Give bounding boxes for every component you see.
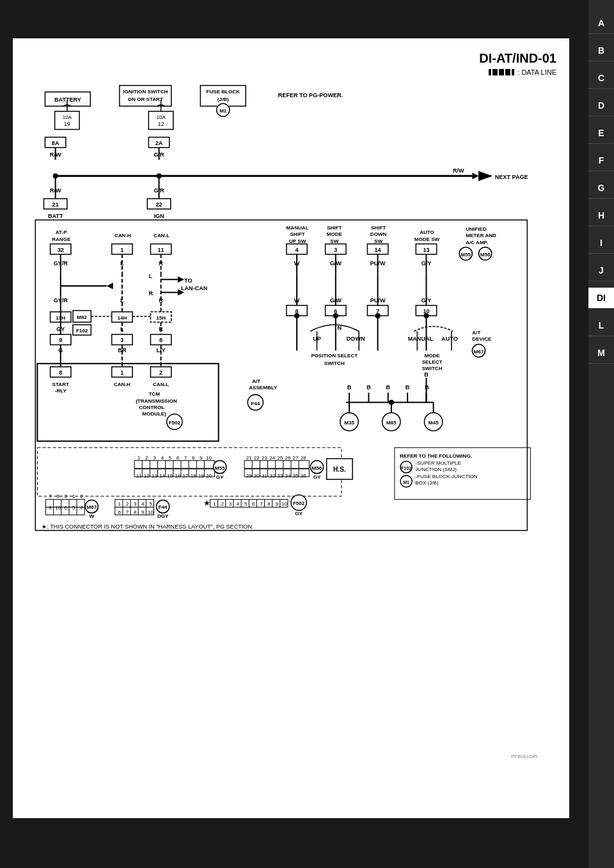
svg-text:19: 19 — [198, 473, 204, 479]
svg-text:SHIFT: SHIFT — [290, 231, 304, 237]
svg-text:8A: 8A — [52, 140, 59, 146]
svg-text:DOWN: DOWN — [347, 336, 365, 342]
sidebar-letter-d: D — [588, 95, 614, 116]
svg-text:ON OR START: ON OR START — [128, 97, 163, 102]
svg-marker-98 — [178, 276, 184, 283]
svg-text:AUTO: AUTO — [441, 336, 458, 342]
svg-text:4: 4 — [80, 506, 83, 511]
svg-text:9: 9 — [141, 509, 145, 515]
svg-text:29: 29 — [246, 473, 252, 479]
svg-text:BOX (J/B): BOX (J/B) — [415, 480, 439, 486]
svg-text:CAN-L: CAN-L — [154, 233, 169, 238]
svg-text:5: 5 — [169, 455, 172, 461]
sidebar-letter-m: M — [588, 343, 614, 364]
svg-text:F44: F44 — [159, 504, 168, 510]
sidebar-letter-di: DI — [588, 288, 614, 309]
svg-text:-RLY: -RLY — [55, 388, 67, 394]
svg-text:5: 5 — [244, 501, 248, 507]
svg-rect-42 — [35, 220, 527, 531]
svg-text:MANUAL: MANUAL — [408, 336, 434, 342]
svg-text:8: 8 — [192, 455, 195, 461]
svg-text:9: 9 — [200, 455, 203, 461]
svg-text:3: 3 — [65, 493, 68, 499]
svg-text:1: 1 — [120, 369, 123, 376]
svg-text:M85: M85 — [386, 420, 397, 426]
svg-text:36: 36 — [301, 473, 306, 479]
svg-text:16: 16 — [175, 473, 180, 479]
svg-text:F502: F502 — [169, 420, 181, 426]
svg-text:-SUPER MULTIPLE: -SUPER MULTIPLE — [415, 460, 461, 466]
svg-text:SELECT: SELECT — [422, 359, 443, 365]
svg-text:M45: M45 — [429, 420, 439, 426]
svg-text:DEVICE: DEVICE — [472, 336, 492, 342]
svg-text:DOWN: DOWN — [370, 231, 387, 237]
svg-text:3: 3 — [334, 247, 337, 253]
svg-text:M82: M82 — [77, 314, 87, 320]
svg-text:32: 32 — [58, 247, 64, 253]
sidebar-letter-f: F — [588, 150, 614, 171]
svg-text:AUTO: AUTO — [420, 229, 434, 235]
svg-text:4: 4 — [141, 501, 145, 507]
svg-text:2: 2 — [145, 455, 148, 461]
svg-rect-277 — [244, 461, 309, 469]
svg-text:GY: GY — [295, 511, 303, 516]
svg-text:TO: TO — [184, 277, 192, 284]
svg-text:SW: SW — [330, 238, 338, 244]
svg-text:35: 35 — [293, 473, 299, 479]
svg-text:1: 1 — [138, 455, 141, 461]
svg-text:5: 5 — [149, 501, 152, 507]
svg-text:8: 8 — [267, 501, 271, 507]
sidebar-letter-l: L — [588, 315, 614, 336]
svg-text:4: 4 — [161, 455, 164, 461]
svg-text:MODULE): MODULE) — [142, 411, 166, 417]
svg-text:B: B — [405, 384, 410, 391]
svg-text:★: THIS CONNECTOR IS NOT SHOWN: ★: THIS CONNECTOR IS NOT SHOWN IN "HARNE… — [42, 523, 253, 530]
sidebar-letter-i: I — [588, 233, 614, 254]
svg-text:IGN: IGN — [154, 213, 164, 219]
svg-text:SWITCH: SWITCH — [324, 360, 345, 366]
svg-text:28: 28 — [301, 455, 306, 461]
svg-text:2: 2 — [80, 493, 83, 499]
svg-text:17: 17 — [183, 473, 189, 479]
svg-text:R: R — [148, 290, 153, 297]
svg-text:MODE: MODE — [327, 231, 343, 237]
svg-text:7: 7 — [184, 455, 187, 461]
svg-text:8: 8 — [59, 369, 62, 376]
svg-text:31: 31 — [262, 473, 267, 479]
svg-text:5: 5 — [72, 506, 75, 511]
svg-text:10: 10 — [281, 501, 287, 507]
svg-text:10A: 10A — [156, 114, 166, 120]
sidebar-letter-e: E — [588, 123, 614, 144]
svg-text:ASSEMBLY: ASSEMBLY — [249, 385, 278, 391]
sidebar-letter-j: J — [588, 260, 614, 281]
svg-text:7: 7 — [126, 509, 129, 515]
svg-text:L: L — [148, 273, 152, 279]
battery-label: BATTERY — [54, 97, 81, 103]
svg-text:2: 2 — [126, 501, 129, 507]
svg-text:M1: M1 — [403, 480, 409, 485]
svg-text:B: B — [347, 384, 352, 391]
svg-text:BATT: BATT — [48, 213, 63, 219]
svg-text:B: B — [386, 384, 390, 391]
svg-text:SW: SW — [374, 238, 382, 244]
svg-text:M56: M56 — [312, 465, 322, 471]
svg-text:6: 6 — [177, 455, 180, 461]
svg-text:UP SW: UP SW — [289, 238, 306, 244]
sidebar-letter-c: C — [588, 68, 614, 89]
svg-text:10: 10 — [55, 506, 61, 511]
svg-text:26: 26 — [285, 455, 290, 461]
svg-text:N: N — [338, 325, 342, 331]
svg-text:M56: M56 — [480, 252, 491, 258]
svg-rect-236 — [134, 461, 214, 469]
svg-text:F102: F102 — [76, 328, 88, 334]
svg-text:33: 33 — [277, 473, 283, 479]
svg-text:POSITION SELECT: POSITION SELECT — [311, 353, 358, 359]
svg-text:14H: 14H — [117, 315, 127, 321]
svg-text:3: 3 — [153, 455, 156, 461]
svg-text:MODE SW: MODE SW — [414, 236, 440, 242]
svg-text:A/T: A/T — [252, 378, 260, 384]
svg-text:SWITCH: SWITCH — [422, 366, 443, 371]
svg-text:(TRANSMISSION: (TRANSMISSION — [136, 398, 177, 404]
svg-text:32: 32 — [269, 473, 275, 479]
sidebar-letter-h: H — [588, 205, 614, 226]
